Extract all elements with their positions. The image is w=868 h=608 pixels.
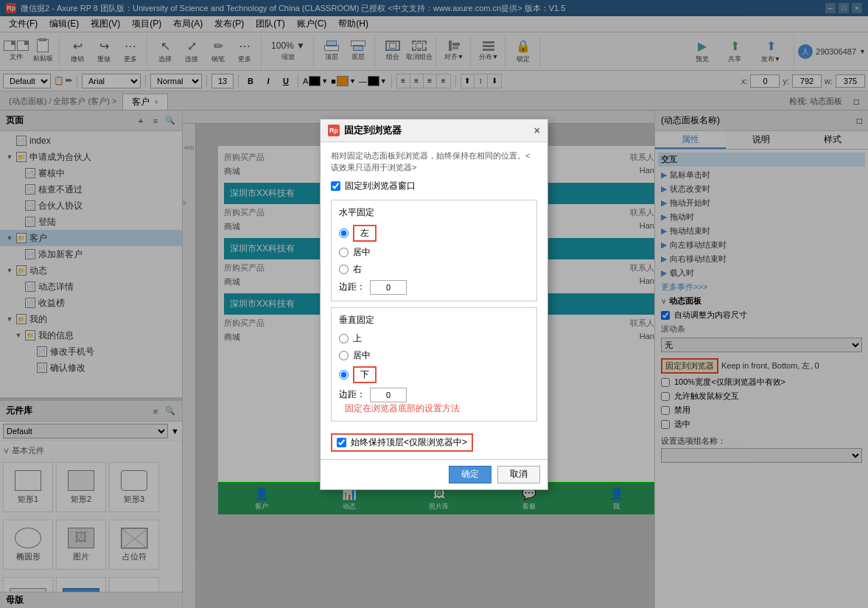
h-section: 水平固定 左 居中 右 边距： (331, 200, 537, 301)
v-radio-middle[interactable] (339, 351, 349, 360)
keep-top-checkbox[interactable] (337, 438, 346, 447)
h-margin-label: 边距： (339, 281, 365, 293)
modal-main-checkbox-row: 固定到浏览器窗口 (331, 180, 537, 192)
v-margin-label: 边距： (339, 388, 365, 401)
v-radio-top[interactable] (339, 334, 349, 343)
h-radio-left[interactable] (339, 228, 349, 238)
h-margin-input[interactable] (370, 280, 407, 295)
pin-browser-modal: Rp 固定到浏览器 × 相对固定动态面板到浏览器，始终保持在相同的位置。< 该效… (320, 119, 548, 490)
v-section-title: 垂直固定 (339, 314, 529, 326)
v-margin-input[interactable] (370, 388, 407, 402)
v-radio-middle-label: 居中 (353, 349, 371, 362)
modal-body: 相对固定动态面板到浏览器，始终保持在相同的位置。< 该效果只适用于浏览器> 固定… (321, 142, 547, 459)
h-radio-right-label: 右 (353, 263, 362, 276)
h-radio-center-label: 居中 (353, 246, 371, 259)
h-radio-left-label: 左 (353, 225, 377, 242)
v-radio-top-row: 上 (339, 332, 529, 345)
keep-top-label: 始终保持顶层<仅限浏览器中> (351, 436, 467, 449)
h-margin-row: 边距： (339, 280, 529, 295)
modal-footer: 确定 取消 (321, 459, 547, 489)
modal-logo: Rp (328, 125, 340, 136)
modal-title: 固定到浏览器 (344, 124, 402, 137)
h-section-title: 水平固定 (339, 206, 529, 219)
annotation-text: 固定在浏览器底部的设置方法 (345, 403, 460, 413)
v-radio-middle-row: 居中 (339, 349, 529, 362)
h-radio-right[interactable] (339, 265, 349, 274)
v-section: 垂直固定 上 居中 下 边距： 固定在浏览器底部的设置 (331, 307, 537, 422)
modal-description: 相对固定动态面板到浏览器，始终保持在相同的位置。< 该效果只适用于浏览器> (331, 150, 537, 174)
h-radio-right-row: 右 (339, 263, 529, 276)
h-radio-center[interactable] (339, 248, 349, 257)
v-radio-bottom[interactable] (339, 370, 349, 380)
v-radio-bottom-label: 下 (353, 366, 377, 383)
modal-header: Rp 固定到浏览器 × (321, 119, 547, 142)
v-radio-top-label: 上 (353, 332, 362, 345)
h-radio-center-row: 居中 (339, 246, 529, 259)
modal-cancel-btn[interactable]: 取消 (497, 466, 540, 483)
h-radio-left-row: 左 (339, 225, 529, 242)
modal-close-btn[interactable]: × (534, 125, 540, 136)
modal-main-checkbox-label: 固定到浏览器窗口 (345, 180, 416, 192)
v-radio-bottom-row: 下 (339, 366, 529, 383)
modal-main-checkbox[interactable] (331, 181, 340, 191)
modal-confirm-btn[interactable]: 确定 (449, 466, 491, 483)
modal-overlay: Rp 固定到浏览器 × 相对固定动态面板到浏览器，始终保持在相同的位置。< 该效… (0, 0, 868, 608)
keep-top-row: 始终保持顶层<仅限浏览器中> (331, 433, 473, 452)
v-margin-row: 边距： (339, 388, 529, 402)
